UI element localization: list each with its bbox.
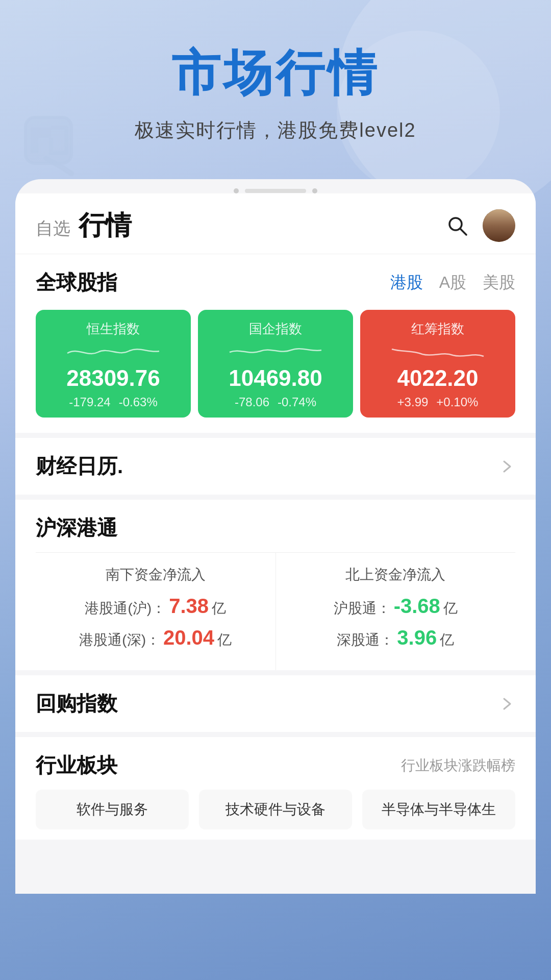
hsi-value: 28309.76: [46, 365, 181, 391]
page-title: 市场行情: [31, 41, 520, 107]
tab-us[interactable]: 美股: [483, 272, 515, 294]
finance-calendar-title: 财经日历.: [36, 452, 123, 480]
nav-zixuan-label[interactable]: 自选: [36, 217, 70, 240]
south-row1: 港股通(沪)： 7.38 亿: [44, 595, 267, 618]
industry-card-2[interactable]: 半导体与半导体生: [362, 790, 515, 829]
hsi-changes: -179.24 -0.63%: [46, 395, 181, 409]
stock-index-cards: 恒生指数 28309.76 -179.24 -0.63% 国企指数 10469.…: [15, 305, 536, 433]
rcii-change1: +3.99: [397, 395, 429, 409]
buyback-section[interactable]: 回购指数: [15, 675, 536, 732]
north-row2: 深股通： 3.96 亿: [284, 626, 508, 650]
hk-connect-grid: 南下资金净流入 港股通(沪)： 7.38 亿 港股通(深)： 20.04 亿 北…: [36, 552, 515, 670]
industry-header: 行业板块 行业板块涨跌幅榜: [36, 751, 515, 779]
search-icon: [446, 214, 468, 237]
industry-title: 行业板块: [36, 751, 117, 779]
hscei-change1: -78.06: [235, 395, 269, 409]
nav-main-title[interactable]: 行情: [79, 208, 132, 243]
south-row2-label: 港股通(深)：: [79, 630, 160, 650]
north-row2-unit: 亿: [440, 630, 454, 650]
north-row1: 沪股通： -3.68 亿: [284, 595, 508, 618]
stock-card-hsi[interactable]: 恒生指数 28309.76 -179.24 -0.63%: [36, 310, 191, 418]
stock-card-hscei[interactable]: 国企指数 10469.80 -78.06 -0.74%: [198, 310, 353, 418]
south-row1-value: 7.38: [169, 595, 209, 618]
north-row1-unit: 亿: [443, 599, 458, 618]
page-subtitle: 极速实时行情，港股免费level2: [31, 117, 520, 143]
divider-3: [15, 670, 536, 675]
phone-card: 自选 行情 全球股指 港股 A股 美股 恒生指数: [15, 179, 536, 894]
rcii-name: 红筹指数: [370, 320, 505, 338]
hscei-changes: -78.06 -0.74%: [208, 395, 343, 409]
svg-line-2: [460, 229, 466, 235]
hk-connect-title: 沪深港通: [36, 514, 515, 542]
industry-card-2-name: 半导体与半导体生: [382, 801, 496, 817]
dot-right: [312, 188, 317, 193]
rcii-changes: +3.99 +0.10%: [370, 395, 505, 409]
rcii-change2: +0.10%: [436, 395, 478, 409]
south-row2: 港股通(深)： 20.04 亿: [44, 626, 267, 650]
south-row2-unit: 亿: [217, 630, 232, 650]
industry-card-1-name: 技术硬件与设备: [226, 801, 325, 817]
divider-4: [15, 732, 536, 737]
north-row2-label: 深股通：: [337, 630, 394, 650]
north-row1-value: -3.68: [394, 595, 440, 618]
hsi-wave: [46, 342, 181, 360]
global-index-title: 全球股指: [36, 268, 117, 297]
industry-card-1[interactable]: 技术硬件与设备: [199, 790, 352, 829]
scroll-indicator: [15, 179, 536, 193]
north-row1-label: 沪股通：: [334, 599, 391, 618]
finance-calendar-section[interactable]: 财经日历.: [15, 438, 536, 495]
hscei-name: 国企指数: [208, 320, 343, 338]
hscei-value: 10469.80: [208, 365, 343, 391]
divider-1: [15, 433, 536, 438]
industry-cards: 软件与服务 技术硬件与设备 半导体与半导体生: [36, 790, 515, 829]
tab-hk[interactable]: 港股: [390, 272, 423, 294]
search-button[interactable]: [444, 212, 470, 239]
north-row2-value: 3.96: [397, 626, 437, 649]
nav-right: [444, 209, 515, 242]
dot-left: [234, 188, 239, 193]
header-section: 市场行情 极速实时行情，港股免费level2: [0, 0, 551, 164]
north-header: 北上资金净流入: [284, 565, 508, 584]
stock-card-rcii[interactable]: 红筹指数 4022.20 +3.99 +0.10%: [360, 310, 515, 418]
buyback-chevron-icon: [499, 696, 515, 712]
hsi-change2: -0.63%: [119, 395, 158, 409]
nav-left: 自选 行情: [36, 208, 132, 243]
hscei-change2: -0.74%: [278, 395, 316, 409]
market-tabs: 港股 A股 美股: [390, 272, 515, 294]
buyback-title: 回购指数: [36, 690, 117, 718]
south-row1-unit: 亿: [212, 599, 226, 618]
south-row2-value: 20.04: [163, 626, 214, 649]
rcii-wave: [370, 342, 505, 360]
south-row1-label: 港股通(沪)：: [85, 599, 166, 618]
tab-a[interactable]: A股: [439, 272, 466, 294]
hk-north-col: 北上资金净流入 沪股通： -3.68 亿 深股通： 3.96 亿: [276, 553, 516, 670]
chevron-right-icon: [499, 458, 515, 475]
nav-bar: 自选 行情: [15, 193, 536, 254]
hsi-name: 恒生指数: [46, 320, 181, 338]
industry-card-0-name: 软件与服务: [77, 801, 148, 817]
hsi-change1: -179.24: [69, 395, 110, 409]
hk-connect-section: 沪深港通 南下资金净流入 港股通(沪)： 7.38 亿 港股通(深)： 20.0…: [15, 500, 536, 670]
rcii-value: 4022.20: [370, 365, 505, 391]
avatar[interactable]: [483, 209, 515, 242]
industry-link[interactable]: 行业板块涨跌幅榜: [401, 756, 515, 775]
south-header: 南下资金净流入: [44, 565, 267, 584]
avatar-image: [483, 209, 515, 242]
divider-2: [15, 495, 536, 500]
hscei-wave: [208, 342, 343, 360]
dot-line: [245, 189, 306, 193]
global-index-header: 全球股指 港股 A股 美股: [15, 254, 536, 305]
industry-section: 行业板块 行业板块涨跌幅榜 软件与服务 技术硬件与设备 半导体与半导体生: [15, 737, 536, 840]
hk-south-col: 南下资金净流入 港股通(沪)： 7.38 亿 港股通(深)： 20.04 亿: [36, 553, 276, 670]
industry-card-0[interactable]: 软件与服务: [36, 790, 189, 829]
